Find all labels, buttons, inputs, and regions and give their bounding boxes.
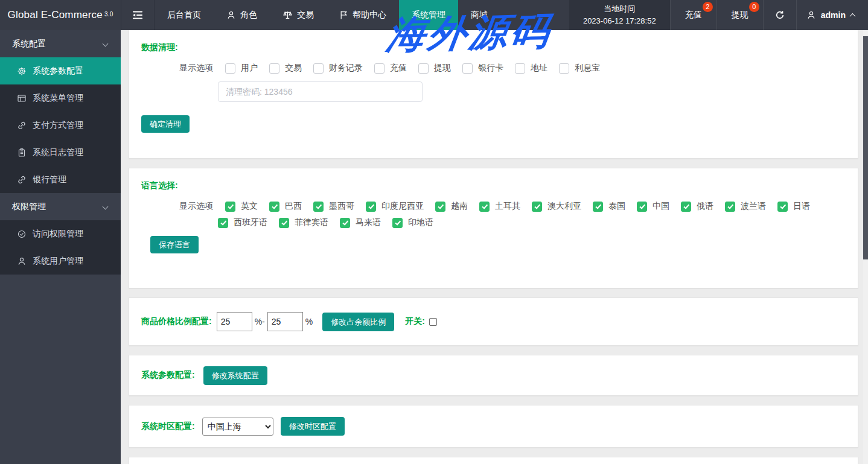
checkbox-option-finance-record[interactable]: 财务记录 bbox=[313, 63, 363, 74]
timezone-card: 系统时区配置: 中国上海 修改时区配置 bbox=[129, 405, 858, 448]
check-icon bbox=[534, 203, 540, 208]
nav-tab-trade[interactable]: 交易 bbox=[270, 0, 327, 30]
save-language-button[interactable]: 保存语言 bbox=[150, 236, 199, 253]
app-version: 3.0 bbox=[104, 11, 113, 17]
nav-tab-role[interactable]: 角色 bbox=[214, 0, 270, 30]
checkbox-icon[interactable] bbox=[593, 202, 603, 212]
sidebar-item-label: 系统参数配置 bbox=[33, 66, 83, 77]
checkbox-lang-australia[interactable]: 澳大利亚 bbox=[532, 201, 581, 212]
checkbox-lang-china[interactable]: 中国 bbox=[637, 201, 669, 212]
checkbox-lang-indonesia[interactable]: 印度尼西亚 bbox=[366, 201, 424, 212]
nav-tab-mall[interactable]: 商城 bbox=[458, 0, 500, 30]
confirm-clean-button[interactable]: 确定清理 bbox=[141, 115, 190, 133]
checkbox-icon[interactable] bbox=[374, 63, 385, 74]
checkbox-icon[interactable] bbox=[435, 202, 445, 212]
price-ratio-min-input[interactable] bbox=[217, 312, 252, 331]
checkbox-option-address[interactable]: 地址 bbox=[515, 63, 547, 74]
checkbox-label: 巴西 bbox=[285, 201, 302, 212]
switch-label: 开关: bbox=[405, 316, 425, 327]
menu-fold-icon bbox=[132, 11, 143, 19]
checkbox-icon[interactable] bbox=[340, 218, 350, 228]
checkbox-icon[interactable] bbox=[479, 202, 490, 212]
checkbox-lang-thailand[interactable]: 泰国 bbox=[593, 201, 625, 212]
nav-tab-label: 商城 bbox=[471, 10, 488, 21]
withdraw-button[interactable]: 提现 0 bbox=[716, 0, 763, 30]
checkbox-option-trade[interactable]: 交易 bbox=[269, 63, 302, 74]
checkbox-lang-japanese[interactable]: 日语 bbox=[777, 201, 810, 212]
checkbox-icon[interactable] bbox=[218, 218, 228, 228]
sidebar-toggle-button[interactable] bbox=[121, 0, 155, 30]
sidebar-item-system-user-mgmt[interactable]: 系统用户管理 bbox=[0, 247, 121, 275]
recharge-button[interactable]: 充值 2 bbox=[670, 0, 716, 30]
checkbox-option-bank-card[interactable]: 银行卡 bbox=[462, 63, 503, 74]
checkbox-lang-filipino[interactable]: 菲律宾语 bbox=[279, 217, 328, 228]
checkbox-option-recharge[interactable]: 充值 bbox=[374, 63, 407, 74]
checkbox-lang-brazil[interactable]: 巴西 bbox=[269, 201, 302, 212]
language-options-row-2: 西班牙语 菲律宾语 马来语 印地语 bbox=[218, 217, 858, 228]
section-title: 商品价格比例配置: bbox=[141, 316, 212, 327]
sidebar-item-access-permission-mgmt[interactable]: 访问权限管理 bbox=[0, 220, 121, 247]
checkbox-icon[interactable] bbox=[777, 202, 788, 212]
checkbox-icon[interactable] bbox=[225, 202, 235, 212]
checkbox-icon[interactable] bbox=[392, 218, 403, 228]
app-logo: Global E-Commerce 3.0 bbox=[0, 0, 121, 30]
section-title: 数据清理: bbox=[129, 30, 858, 53]
main-content: 数据清理: 显示选项 用户 交易 财务记录 充值 提现 银行卡 地址 利息宝 确… bbox=[121, 30, 868, 464]
nav-tab-help-center[interactable]: 帮助中心 bbox=[327, 0, 399, 30]
checkbox-lang-mexico[interactable]: 墨西哥 bbox=[313, 201, 354, 212]
checkbox-option-user[interactable]: 用户 bbox=[225, 63, 258, 74]
check-icon bbox=[220, 219, 226, 224]
local-time: 当地时间 2023-06-12 17:28:52 bbox=[569, 0, 670, 30]
checkbox-icon[interactable] bbox=[559, 63, 569, 74]
options-label: 显示选项 bbox=[179, 201, 213, 212]
checkbox-icon[interactable] bbox=[313, 63, 324, 74]
checkbox-icon[interactable] bbox=[269, 63, 279, 74]
checkbox-lang-hindi[interactable]: 印地语 bbox=[392, 217, 433, 228]
checkbox-icon[interactable] bbox=[462, 63, 473, 74]
timezone-select[interactable]: 中国上海 bbox=[202, 418, 273, 436]
user-menu[interactable]: admin bbox=[796, 0, 868, 30]
checkbox-option-interest[interactable]: 利息宝 bbox=[559, 63, 600, 74]
checkbox-icon[interactable] bbox=[313, 202, 324, 212]
nav-tab-dashboard[interactable]: 后台首页 bbox=[155, 0, 214, 30]
checkbox-icon[interactable] bbox=[225, 63, 235, 74]
checkbox-option-withdraw[interactable]: 提现 bbox=[418, 63, 451, 74]
checkbox-lang-english[interactable]: 英文 bbox=[225, 201, 258, 212]
sidebar-item-system-menu-mgmt[interactable]: 系统菜单管理 bbox=[0, 84, 121, 112]
sidebar-group-permission-mgmt[interactable]: 权限管理 bbox=[0, 193, 121, 220]
checkbox-icon[interactable] bbox=[725, 202, 735, 212]
sidebar-item-payment-method-mgmt[interactable]: 支付方式管理 bbox=[0, 112, 121, 139]
checkbox-icon[interactable] bbox=[279, 218, 289, 228]
modify-system-config-button[interactable]: 修改系统配置 bbox=[203, 366, 267, 385]
sidebar-item-system-log-mgmt[interactable]: 系统日志管理 bbox=[0, 139, 121, 166]
sidebar-item-system-param-config[interactable]: 系统参数配置 bbox=[0, 57, 121, 84]
switch-checkbox[interactable] bbox=[429, 318, 437, 326]
nav-tab-system-mgmt[interactable]: 系统管理 bbox=[399, 0, 458, 30]
checkbox-lang-polish[interactable]: 波兰语 bbox=[725, 201, 766, 212]
scrollbar-thumb[interactable] bbox=[863, 36, 868, 259]
check-icon bbox=[683, 203, 689, 208]
refresh-button[interactable] bbox=[763, 0, 796, 30]
checkbox-label: 英文 bbox=[241, 201, 258, 212]
checkbox-lang-spanish[interactable]: 西班牙语 bbox=[218, 217, 267, 228]
chevron-down-icon bbox=[103, 204, 109, 210]
checkbox-lang-turkey[interactable]: 土耳其 bbox=[479, 201, 520, 212]
modify-timezone-button[interactable]: 修改时区配置 bbox=[281, 417, 345, 436]
price-ratio-max-input[interactable] bbox=[267, 312, 303, 331]
checkbox-icon[interactable] bbox=[681, 202, 691, 212]
sidebar-item-bank-mgmt[interactable]: 银行管理 bbox=[0, 166, 121, 193]
sidebar-group-system-config[interactable]: 系统配置 bbox=[0, 30, 121, 57]
checkbox-lang-malay[interactable]: 马来语 bbox=[340, 217, 381, 228]
modify-balance-ratio-button[interactable]: 修改占余额比例 bbox=[322, 313, 394, 331]
checkbox-icon[interactable] bbox=[515, 63, 525, 74]
checkbox-icon[interactable] bbox=[418, 63, 429, 74]
checkbox-icon[interactable] bbox=[532, 202, 542, 212]
checkbox-icon[interactable] bbox=[637, 202, 647, 212]
checkbox-icon[interactable] bbox=[269, 202, 279, 212]
checkbox-icon[interactable] bbox=[366, 202, 376, 212]
checkbox-lang-vietnam[interactable]: 越南 bbox=[435, 201, 468, 212]
clean-password-input[interactable] bbox=[218, 81, 423, 102]
checkbox-lang-russian[interactable]: 俄语 bbox=[681, 201, 713, 212]
check-icon bbox=[342, 219, 348, 224]
page-scrollbar[interactable] bbox=[863, 30, 868, 464]
